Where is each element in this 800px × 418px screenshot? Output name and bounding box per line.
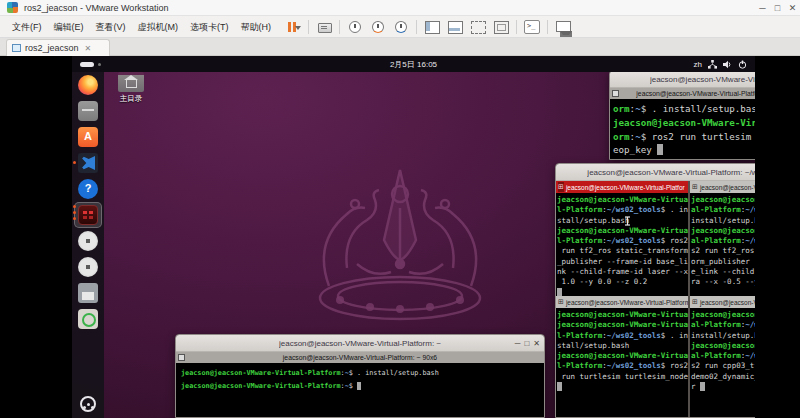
- pane-titlebar[interactable]: ⊞ jeacson@jeacson-VMware-Virtual-Platfor…: [556, 296, 688, 308]
- close-button[interactable]: ✕: [785, 1, 800, 15]
- terminal-pane-turtlesim-node[interactable]: jeacson@jeacson-VMware-Virtuajeacson@jea…: [556, 308, 688, 418]
- manage-snapshots-icon[interactable]: [393, 20, 409, 34]
- send-ctrl-alt-del-icon[interactable]: [316, 20, 332, 34]
- home-folder-icon[interactable]: [118, 72, 144, 92]
- terminal-pane-laser-tf[interactable]: jeacson@jeacson-VMware-Virtual-Platform:…: [556, 193, 688, 296]
- pane-grip-icon[interactable]: ⊞: [558, 297, 564, 307]
- terminal-output[interactable]: orm:~$ . install/setup.bashjeacson@jeacs…: [610, 99, 755, 160]
- menu-item[interactable]: 选项卡(T): [184, 17, 235, 37]
- ubuntu-topbar: 2月5日 16:05 zh: [72, 56, 755, 72]
- terminal-pane-tf-broadcaster[interactable]: jeacson@jeacson-VMware-Virtual-Platform:…: [690, 308, 755, 418]
- menu-item[interactable]: 查看(V): [90, 17, 132, 37]
- terminal-line: al-Platform:~/ws02_tools$ .: [691, 205, 755, 215]
- terminal-line: jeacson@jeacson-VMware-Virtu: [691, 226, 755, 236]
- vm-tab-ros2-jeacson[interactable]: ros2_jeacson ✕: [6, 39, 110, 56]
- suspend-button[interactable]: [285, 20, 301, 34]
- window-title: jeacson@jeacson-VMware-Virtual-Platform:…: [587, 168, 755, 177]
- terminal-output[interactable]: jeacson@jeacson-VMware-Virtual-Platform:…: [176, 363, 544, 418]
- terminal-pane-camera-tf[interactable]: jeacson@jeacson-VMware-Virtual-Platform:…: [690, 193, 755, 296]
- toolbar-separator: [547, 20, 548, 34]
- terminal-line: [557, 288, 687, 296]
- window-titlebar[interactable]: jeacson@jeacson-VMware-Virtual... ─ □ ✕: [610, 71, 755, 88]
- terminal-line: al-Platform:~/ws02_tools$ .: [691, 320, 755, 330]
- show-apps-button[interactable]: [80, 396, 96, 412]
- terminal-window-turtlesim[interactable]: jeacson@jeacson-VMware-Virtual... ─ □ ✕ …: [609, 70, 755, 160]
- dock-item-ubuntu-software[interactable]: [78, 127, 98, 147]
- cycle-monitors-icon[interactable]: [555, 20, 571, 34]
- terminal-line: run turtlesim turtlesim_node: [557, 372, 687, 382]
- terminal-line: l-Platform:~/ws02_tools$ ros2: [557, 236, 687, 246]
- minimize-button[interactable]: ─: [515, 339, 521, 348]
- terminal-tab-label: jeacson@jeacson-VMware-Virtual-Platform:…: [176, 354, 544, 361]
- terminal-tabbar[interactable]: jeacson@jeacson-VMware-Virtual-Platform:…: [610, 88, 755, 99]
- maximize-button[interactable]: □: [524, 339, 529, 348]
- ubuntu-desktop: 主目录 2月5日 16:05 zh: [72, 56, 755, 418]
- terminal-tab-label: jeacson@jeacson-VMware-Virtual-Platform:…: [610, 90, 755, 97]
- terminal-line: jeacson@jeacson-VMware-Virtua: [557, 226, 687, 236]
- maximize-button[interactable]: □: [770, 1, 785, 15]
- terminal-line: [557, 382, 687, 392]
- dock-item-firefox[interactable]: [78, 75, 98, 95]
- terminal-line: run tf2_ros static_transform: [557, 246, 687, 256]
- clock[interactable]: 2月5日 16:05: [72, 59, 755, 70]
- terminal-line: jeacson@jeacson-VMware-Virtua: [557, 351, 687, 361]
- running-indicator: [73, 211, 76, 214]
- terminal-line: stall/setup.bash: [557, 341, 687, 351]
- dock-item-help[interactable]: [78, 179, 98, 199]
- terminal-line: jeacson@jeacson-VMware-Virtu: [691, 195, 755, 205]
- terminal-line: jeacson@jeacson-VMware-Virtual-Platform:…: [181, 380, 539, 393]
- menu-item[interactable]: 虚拟机(M): [132, 17, 185, 37]
- console-view-icon[interactable]: [524, 20, 540, 34]
- dock-item-floppy[interactable]: [78, 283, 98, 303]
- terminal-line: stall/setup.bash: [557, 216, 687, 226]
- vmware-toolbar: [285, 20, 571, 34]
- window-titlebar[interactable]: jeacson@jeacson-VMware-Virtual-Platform:…: [556, 164, 755, 181]
- pane-grip-icon[interactable]: ⊞: [692, 297, 698, 307]
- dock-item-vscode[interactable]: [78, 153, 98, 173]
- take-snapshot-icon[interactable]: [347, 20, 363, 34]
- terminal-line: demo02_dynamic_tf_broadcaste: [691, 372, 755, 382]
- menu-item[interactable]: 编辑(E): [48, 17, 90, 37]
- dock-item-disk-usage[interactable]: [78, 309, 98, 329]
- minimize-button[interactable]: ─: [755, 1, 770, 15]
- running-indicator: [73, 161, 76, 164]
- pane-grip-icon[interactable]: ⊞: [692, 182, 698, 192]
- running-indicator: [73, 217, 76, 220]
- terminator-window[interactable]: jeacson@jeacson-VMware-Virtual-Platform:…: [555, 163, 755, 418]
- dock-item-terminator[interactable]: [78, 205, 98, 225]
- terminal-line: l-Platform:~/ws02_tools$ . in: [557, 331, 687, 341]
- pane-titlebar[interactable]: ⊞ jeacson@jeacson-VMware-Virtual-Platfor: [690, 181, 755, 193]
- terminal-line: orm:~$ . install/setup.bash: [613, 102, 755, 116]
- menu-item[interactable]: 文件(F): [6, 17, 48, 37]
- pane-titlebar[interactable]: ⊞ jeacson@jeacson-VMware-Virtual-Platfor: [690, 296, 755, 308]
- terminal-line: install/setup.bash: [691, 216, 755, 226]
- terminal-line: jeacson@jeacson-VMware-Virtual-Platform:…: [181, 367, 539, 380]
- pane-titlebar-active[interactable]: ⊞ jeacson@jeacson-VMware-Virtual-Platfor: [556, 181, 688, 193]
- vm-tab-label: ros2_jeacson: [25, 43, 79, 53]
- vmware-window-controls: ─ □ ✕: [755, 1, 800, 15]
- menu-item[interactable]: 帮助(H): [235, 17, 278, 37]
- vm-tab-close-icon[interactable]: ✕: [85, 44, 92, 53]
- dock-item-cd-disc[interactable]: [78, 231, 98, 251]
- library-panel-icon[interactable]: [424, 20, 440, 34]
- revert-snapshot-icon[interactable]: [370, 20, 386, 34]
- pane-title: jeacson@jeacson-VMware-Virtual-Platfor: [700, 184, 755, 191]
- terminal-window-home[interactable]: jeacson@jeacson-VMware-Virtual-Platform:…: [175, 334, 545, 418]
- pane-grip-icon[interactable]: ⊞: [558, 182, 564, 192]
- terminal-line: _publisher --frame-id base_li: [557, 257, 687, 267]
- close-button[interactable]: ✕: [533, 339, 540, 348]
- fullscreen-icon[interactable]: [470, 20, 486, 34]
- terminal-tabbar[interactable]: jeacson@jeacson-VMware-Virtual-Platform:…: [176, 352, 544, 363]
- dock-item-cd-disc-2[interactable]: [78, 257, 98, 277]
- terminal-line: l-Platform:~/ws02_tools$ . in: [557, 205, 687, 215]
- terminal-line: jeacson@jeacson-VMware-Virtu: [691, 310, 755, 320]
- terminal-line: al-Platform:~/ws02_tools$ ro: [691, 236, 755, 246]
- terminal-line: 1.0 --y 0.0 --z 0.2: [557, 277, 687, 287]
- wallpaper-emblem: [295, 168, 505, 333]
- window-titlebar[interactable]: jeacson@jeacson-VMware-Virtual-Platform:…: [176, 335, 544, 352]
- thumbnail-bar-icon[interactable]: [447, 20, 463, 34]
- dock-item-files[interactable]: [78, 101, 98, 121]
- pane-title: jeacson@jeacson-VMware-Virtual-Platform: [566, 299, 688, 306]
- unity-view-icon[interactable]: [493, 20, 509, 34]
- vmware-workstation-window: ros2_jeacson - VMware Workstation ─ □ ✕ …: [0, 0, 800, 418]
